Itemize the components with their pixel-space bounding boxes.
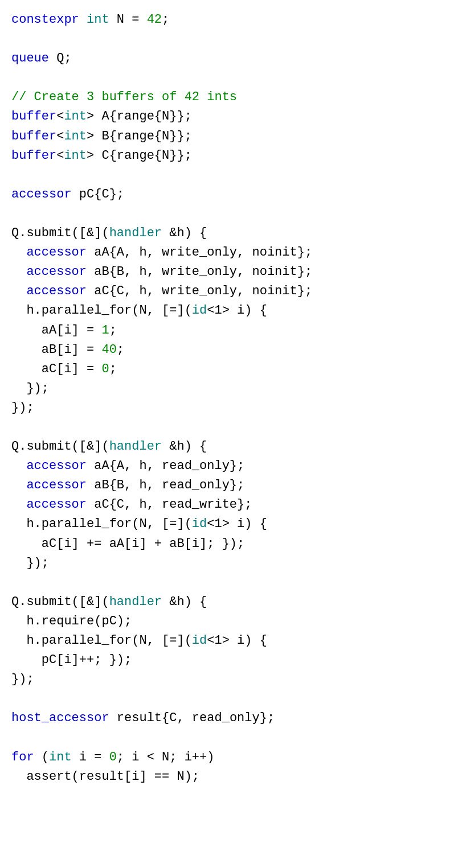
code-token: buffer — [11, 149, 56, 163]
code-line: Q.submit([&](handler &h) { — [11, 437, 447, 456]
code-token: ; — [109, 323, 117, 338]
code-token: }); — [11, 672, 34, 686]
code-token: }); — [11, 556, 49, 570]
code-token: assert(result[i] == N); — [11, 770, 199, 784]
code-line — [11, 166, 447, 185]
code-token: ; — [117, 343, 124, 357]
code-token: aA{A, h, read_only}; — [87, 459, 244, 473]
code-token: id — [192, 303, 207, 318]
code-line: accessor aA{A, h, write_only, noinit}; — [11, 243, 447, 262]
code-token — [11, 459, 26, 473]
code-token — [11, 245, 26, 260]
code-line — [11, 728, 447, 747]
code-token: Q.submit([&]( — [11, 226, 109, 240]
code-token: Q.submit([&]( — [11, 595, 109, 609]
code-token: aA{A, h, write_only, noinit}; — [87, 245, 312, 260]
code-token: ; — [162, 13, 169, 27]
code-token: }); — [11, 401, 34, 415]
code-line: // Create 3 buffers of 42 ints — [11, 88, 447, 107]
code-line: accessor aC{C, h, read_write}; — [11, 495, 447, 515]
code-token: > A{range{N}}; — [87, 109, 192, 124]
code-token: buffer — [11, 129, 56, 143]
code-token: handler — [109, 226, 162, 240]
code-line — [11, 689, 447, 709]
code-token: int — [49, 750, 72, 764]
code-line: for (int i = 0; i < N; i++) — [11, 748, 447, 767]
code-line: pC[i]++; }); — [11, 651, 447, 670]
code-line — [11, 30, 447, 49]
code-line: aA[i] = 1; — [11, 321, 447, 340]
code-line: }); — [11, 379, 447, 398]
code-token — [11, 478, 26, 492]
code-token: 1 — [101, 323, 109, 338]
code-token: aA[i] = — [11, 323, 101, 338]
code-token: < — [56, 149, 64, 163]
code-line: }); — [11, 670, 447, 689]
code-token: // Create 3 buffers of 42 ints — [11, 90, 237, 104]
code-token: ( — [34, 750, 49, 764]
code-token: result{C, read_only}; — [109, 711, 275, 725]
code-token: i = — [72, 750, 109, 764]
code-token: int — [64, 149, 87, 163]
code-token: h.parallel_for(N, [=]( — [11, 633, 192, 648]
code-display: constexpr int N = 42; queue Q; // Create… — [11, 10, 447, 787]
code-token: < — [56, 109, 64, 124]
code-token: h.parallel_for(N, [=]( — [11, 517, 192, 531]
code-token: <1> i) { — [207, 633, 267, 648]
code-token: pC[i]++; }); — [11, 653, 132, 667]
code-token: id — [192, 517, 207, 531]
code-token: <1> i) { — [207, 303, 267, 318]
code-token: h.require(pC); — [11, 614, 132, 628]
code-token: aC{C, h, read_write}; — [87, 497, 252, 512]
code-token: constexpr — [11, 13, 87, 27]
code-token: accessor — [26, 497, 87, 512]
code-line: buffer<int> C{range{N}}; — [11, 146, 447, 166]
code-token — [11, 284, 26, 298]
code-token: &h) { — [162, 595, 207, 609]
code-line: accessor aC{C, h, write_only, noinit}; — [11, 282, 447, 301]
code-token: accessor — [26, 265, 87, 279]
code-line: h.parallel_for(N, [=](id<1> i) { — [11, 301, 447, 320]
code-token: buffer — [11, 109, 56, 124]
code-token: id — [192, 633, 207, 648]
code-token — [11, 265, 26, 279]
code-line: constexpr int N = 42; — [11, 10, 447, 30]
code-line: host_accessor result{C, read_only}; — [11, 709, 447, 728]
code-line: aC[i] = 0; — [11, 360, 447, 379]
code-line: accessor pC{C}; — [11, 185, 447, 204]
code-token: > C{range{N}}; — [87, 149, 192, 163]
code-token: aB[i] = — [11, 343, 101, 357]
code-token: 40 — [101, 343, 116, 357]
code-line: h.parallel_for(N, [=](id<1> i) { — [11, 515, 447, 534]
code-token: < — [56, 129, 64, 143]
code-token: &h) { — [162, 226, 207, 240]
code-line: assert(result[i] == N); — [11, 767, 447, 787]
code-token: int — [87, 13, 109, 27]
code-token: Q; — [49, 51, 72, 65]
code-token: handler — [109, 439, 162, 454]
code-line — [11, 573, 447, 593]
code-token: handler — [109, 595, 162, 609]
code-token: aB{B, h, read_only}; — [87, 478, 244, 492]
code-line: }); — [11, 398, 447, 418]
code-token: for — [11, 750, 34, 764]
code-token: aC{C, h, write_only, noinit}; — [87, 284, 312, 298]
code-token: ; — [109, 362, 117, 376]
code-token: int — [64, 109, 87, 124]
code-token — [11, 497, 26, 512]
code-token: host_accessor — [11, 711, 109, 725]
code-token: <1> i) { — [207, 517, 267, 531]
code-line: accessor aB{B, h, write_only, noinit}; — [11, 262, 447, 282]
code-line: queue Q; — [11, 49, 447, 68]
code-token: aC[i] = — [11, 362, 101, 376]
code-token: accessor — [26, 459, 87, 473]
code-token: > B{range{N}}; — [87, 129, 192, 143]
code-token: Q.submit([&]( — [11, 439, 109, 454]
code-line: accessor aB{B, h, read_only}; — [11, 476, 447, 495]
code-line: aC[i] += aA[i] + aB[i]; }); — [11, 534, 447, 554]
code-token: accessor — [26, 245, 87, 260]
code-token: 0 — [109, 750, 117, 764]
code-line: accessor aA{A, h, read_only}; — [11, 456, 447, 476]
code-token: 0 — [101, 362, 109, 376]
code-line — [11, 418, 447, 437]
